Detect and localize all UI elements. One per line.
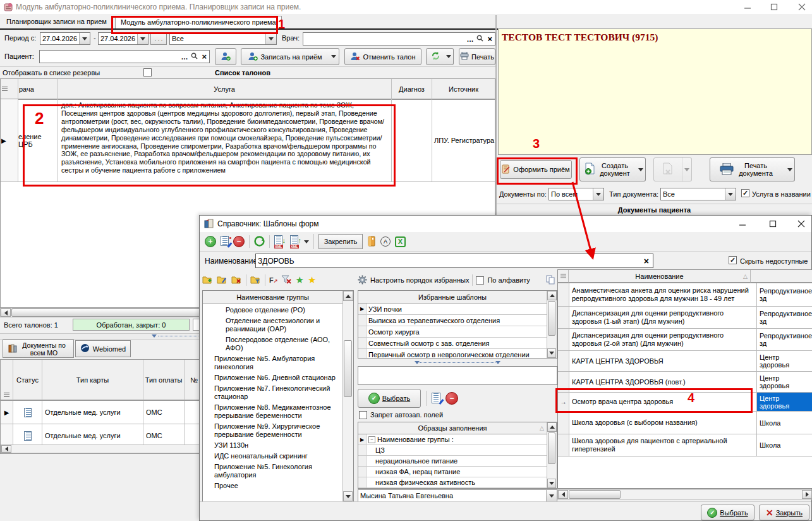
xml-dropdown-icon[interactable] [304,240,309,243]
patient-card-button[interactable] [215,48,236,65]
template-row[interactable]: Диспансеризация для оценки репродуктивно… [558,329,812,351]
favorites-header[interactable]: Избранные шаблоны [358,291,547,303]
favorite-item[interactable]: Выписка из терапевтического отделения [358,315,547,326]
doctor-input[interactable] [303,34,464,44]
date-to-picker[interactable]: 27.04.2026 [98,32,148,45]
create-document-button[interactable]: Создать документ [579,157,636,181]
select-template-button[interactable]: ✓ Выбрать [358,389,421,408]
doc-type-combo[interactable]: Все [660,188,736,200]
docs-col-pay[interactable]: Тип оплаты [143,360,185,400]
remove-icon[interactable]: − [445,392,458,405]
splitter-handle-icon[interactable] [152,334,202,338]
remove-icon[interactable]: − [233,236,245,247]
docs-col-status[interactable]: Статус [13,360,42,400]
favorite-item[interactable]: Совместный осмотр с зав. отделения [358,338,547,349]
group-tree-item[interactable]: Приложение №5. Гинекология амбулатория [203,462,342,481]
name-filter-field[interactable]: × [255,254,653,268]
group-tree-item[interactable]: Приложение №6. Дневной стационар [203,372,342,383]
pin-button[interactable]: Закрепить [318,234,363,249]
tpl-col-group[interactable] [751,270,812,283]
add-folder-icon[interactable] [202,275,213,285]
template-row[interactable]: Диспансеризация для оценки репродуктивно… [558,307,812,329]
date-from-picker[interactable]: 27.04.2026 [40,32,90,45]
no-autofill-checkbox[interactable] [359,411,367,419]
checkin-button[interactable]: Оформить приём [500,160,572,179]
scroll-up-icon[interactable] [547,291,557,300]
sort-asc-icon[interactable]: △ [540,425,544,431]
sample-item[interactable]: нерациональное питание [358,456,547,467]
sample-item[interactable]: низкая ФА, нерац питание [358,467,547,477]
sample-item[interactable]: ЦЗ [358,445,547,456]
scroll-left-icon[interactable] [558,490,568,499]
clear-icon[interactable]: × [485,34,495,44]
print-document-dropdown[interactable] [785,157,795,181]
favorite-item[interactable]: Первичный осмотр в неврологическом отдел… [358,349,547,358]
sample-item[interactable]: низкая физическая активность [358,477,547,488]
samples-header[interactable]: Образцы заполнения△ [358,422,547,434]
chevron-down-icon[interactable] [593,188,603,200]
dialog-select-button[interactable]: ✓ Выбрать [701,505,754,520]
filter-folder-icon[interactable] [250,275,261,285]
sort-asc-icon[interactable]: △ [743,273,748,279]
cancel-ticket-button[interactable]: Отменить талон [344,48,421,65]
favorites-vscrollbar[interactable] [547,291,557,358]
print-button[interactable]: Печать [459,48,495,65]
edit-folder-icon[interactable] [217,275,227,285]
edit-record-icon[interactable] [221,236,229,247]
xml-export-icon[interactable]: ↑XML [290,235,301,248]
group-tree-item[interactable]: Прочее [203,481,342,491]
group-tree-item[interactable]: Отделение анестезиологии и реанимации (О… [203,316,342,334]
group-tree-item[interactable]: Приложение №5. Амбулатория гинекология [203,353,342,372]
sort-icon[interactable]: F↗ [269,276,277,284]
grid-menu-icon[interactable] [2,86,8,92]
tickets-col-service[interactable]: Услуга [58,79,392,99]
clear-filter-icon[interactable] [281,275,291,285]
template-row-selected[interactable]: →Осмотр врача центра здоровьяЦентр здоро… [558,393,812,412]
template-name-input[interactable] [358,366,557,385]
dialog-close-button[interactable]: ✕ Закрыть [759,505,809,520]
template-row[interactable]: Школа здоровья для пациентов с артериаль… [558,434,812,457]
scroll-left-icon[interactable] [1,309,11,317]
close-icon[interactable] [792,2,811,12]
name-filter-input[interactable] [256,255,640,267]
samples-vscrollbar[interactable] [547,422,557,488]
groups-vscrollbar[interactable] [342,291,353,501]
favorite-add-icon[interactable]: ★ [295,274,303,286]
dialog-maximize-icon[interactable] [764,219,782,229]
ellipsis-icon[interactable]: … [464,35,475,43]
tickets-col-diagnosis[interactable]: Диагноз [392,79,432,99]
doctor-field[interactable]: … × [303,32,495,46]
schedule-filter-combo[interactable]: Все [169,32,277,45]
favorite-icon[interactable]: ★ [308,274,316,286]
scroll-up-icon[interactable] [547,422,557,432]
group-tree-item[interactable]: ИДС неонатальный скрининг [203,451,342,462]
chevron-down-icon[interactable] [79,33,90,44]
template-row[interactable]: Анамнестическая анкета для оценки риска … [558,283,812,307]
dialog-close-icon[interactable] [792,219,810,229]
copy-icon[interactable] [546,275,555,286]
service-in-name-checkbox[interactable]: ✓ [741,189,749,197]
group-tree-item[interactable]: Послеродовое отделение (АОО, АФО) [203,334,342,353]
excel-icon[interactable]: X [395,236,406,247]
docs-by-combo[interactable]: По всем [548,188,604,200]
refresh-icon[interactable] [254,236,265,248]
book-appointment-dropdown[interactable] [329,48,339,65]
group-tree-item[interactable]: Приложение №8. Медикаментозное прерывани… [203,402,342,421]
tab-outpatient-module[interactable]: Модуль амбулаторно-поликлинического прие… [115,16,282,28]
edit-record-icon[interactable] [432,393,440,405]
group-tree-item[interactable]: Приложение №9. Хирургическое прерывание … [203,421,342,440]
create-document-dropdown[interactable] [636,157,646,181]
templates-hscrollbar[interactable] [557,489,812,500]
docs-col-card[interactable]: Тип карты [42,360,143,400]
template-row[interactable]: КАРТА ЦЕНТРА ЗДОРОВЬЯ (повт.)Центр здоро… [558,372,812,393]
refresh-button[interactable] [426,48,445,65]
scroll-left-icon[interactable] [1,445,11,453]
book-appointment-button[interactable]: Записать на приём [241,48,329,65]
favorites-splitter[interactable] [358,360,557,365]
chevron-down-icon[interactable] [546,490,557,501]
patient-field[interactable]: … × [39,50,210,63]
dialog-minimize-icon[interactable] [734,219,751,229]
grid-menu-icon[interactable] [4,392,9,398]
tab-webiomed[interactable]: Webiomed [75,340,131,357]
group-tree-item[interactable]: Родовое отделение (РО) [203,305,342,316]
